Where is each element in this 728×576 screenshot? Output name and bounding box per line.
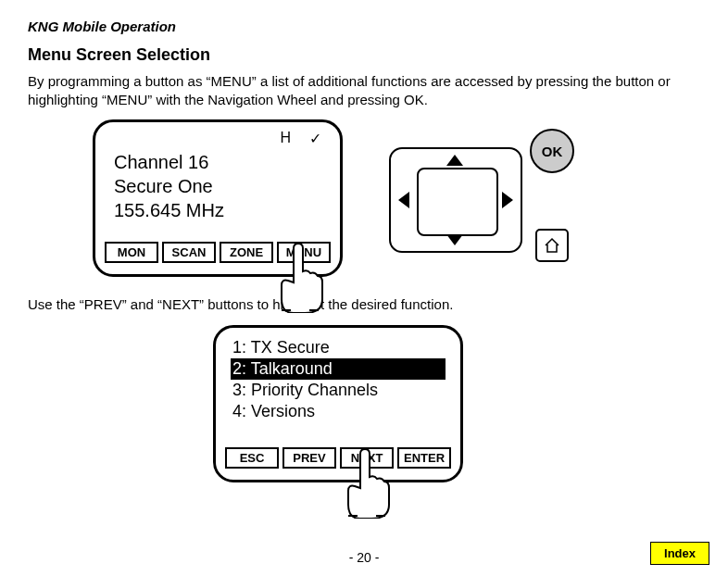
nav-up-icon[interactable]: [446, 155, 463, 166]
doc-header: KNG Mobile Operation: [28, 19, 700, 34]
channel-info: Channel 16 Secure One 155.645 MHz: [114, 150, 224, 222]
status-row: H ✓: [280, 130, 321, 147]
menu-display: 1: TX Secure 2: Talkaround 3: Priority C…: [213, 325, 463, 482]
nav-center[interactable]: [417, 168, 498, 236]
softkey-next[interactable]: NEXT: [340, 447, 394, 469]
figure-row-1: H ✓ Channel 16 Secure One 155.645 MHz MO…: [93, 119, 700, 277]
channel-line: Channel 16: [114, 150, 224, 174]
menu-item-talkaround[interactable]: 2: Talkaround: [231, 358, 446, 380]
ok-button[interactable]: OK: [530, 129, 574, 173]
intro-paragraph: By programming a button as “MENU” a list…: [28, 72, 700, 108]
home-icon: [543, 236, 561, 255]
status-check-icon: ✓: [309, 130, 321, 147]
radio-display: H ✓ Channel 16 Secure One 155.645 MHz MO…: [93, 119, 343, 277]
softkey-enter[interactable]: ENTER: [397, 447, 451, 469]
softkey-zone[interactable]: ZONE: [220, 242, 273, 263]
mid-paragraph: Use the “PREV” and “NEXT” buttons to hig…: [28, 295, 700, 314]
menu-item-priority[interactable]: 3: Priority Channels: [231, 380, 446, 401]
menu-list: 1: TX Secure 2: Talkaround 3: Priority C…: [231, 337, 446, 422]
menu-softkey-row: ESC PREV NEXT ENTER: [225, 447, 451, 469]
index-tab[interactable]: Index: [650, 542, 709, 565]
softkey-prev[interactable]: PREV: [282, 447, 336, 469]
channel-name: Secure One: [114, 174, 224, 198]
softkey-scan[interactable]: SCAN: [162, 242, 216, 263]
softkey-menu[interactable]: MENU: [277, 242, 331, 263]
nav-right-icon[interactable]: [502, 192, 513, 208]
status-h: H: [280, 130, 291, 147]
home-button[interactable]: [535, 229, 569, 262]
menu-item-versions[interactable]: 4: Versions: [231, 401, 446, 422]
section-title: Menu Screen Selection: [28, 45, 700, 65]
page-number: - 20 -: [349, 550, 380, 565]
softkey-mon[interactable]: MON: [105, 242, 158, 263]
menu-item-tx-secure[interactable]: 1: TX Secure: [231, 337, 446, 358]
nav-left-icon[interactable]: [398, 192, 409, 208]
channel-freq: 155.645 MHz: [114, 198, 224, 222]
softkey-row: MON SCAN ZONE MENU: [105, 242, 331, 263]
nav-wheel[interactable]: [389, 147, 522, 253]
nav-cluster: OK: [380, 138, 584, 268]
softkey-esc[interactable]: ESC: [225, 447, 279, 469]
